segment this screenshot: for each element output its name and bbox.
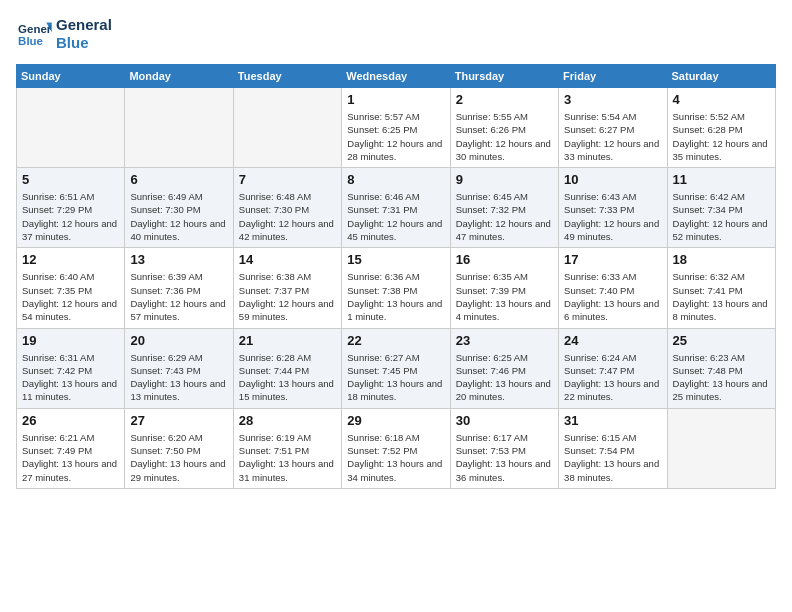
calendar-cell: 4Sunrise: 5:52 AMSunset: 6:28 PMDaylight… — [667, 88, 775, 168]
calendar-cell: 1Sunrise: 5:57 AMSunset: 6:25 PMDaylight… — [342, 88, 450, 168]
day-number: 1 — [347, 92, 444, 107]
day-number: 31 — [564, 413, 661, 428]
day-number: 30 — [456, 413, 553, 428]
day-info: Sunrise: 6:33 AMSunset: 7:40 PMDaylight:… — [564, 270, 661, 323]
day-number: 14 — [239, 252, 336, 267]
day-info: Sunrise: 6:27 AMSunset: 7:45 PMDaylight:… — [347, 351, 444, 404]
calendar-cell: 21Sunrise: 6:28 AMSunset: 7:44 PMDayligh… — [233, 328, 341, 408]
calendar-cell: 31Sunrise: 6:15 AMSunset: 7:54 PMDayligh… — [559, 408, 667, 488]
calendar-cell: 24Sunrise: 6:24 AMSunset: 7:47 PMDayligh… — [559, 328, 667, 408]
calendar-cell: 20Sunrise: 6:29 AMSunset: 7:43 PMDayligh… — [125, 328, 233, 408]
day-number: 15 — [347, 252, 444, 267]
day-number: 25 — [673, 333, 770, 348]
day-info: Sunrise: 6:25 AMSunset: 7:46 PMDaylight:… — [456, 351, 553, 404]
col-header-wednesday: Wednesday — [342, 65, 450, 88]
day-info: Sunrise: 6:51 AMSunset: 7:29 PMDaylight:… — [22, 190, 119, 243]
day-info: Sunrise: 6:45 AMSunset: 7:32 PMDaylight:… — [456, 190, 553, 243]
calendar-week-row: 26Sunrise: 6:21 AMSunset: 7:49 PMDayligh… — [17, 408, 776, 488]
col-header-tuesday: Tuesday — [233, 65, 341, 88]
day-number: 21 — [239, 333, 336, 348]
day-number: 22 — [347, 333, 444, 348]
calendar-cell: 9Sunrise: 6:45 AMSunset: 7:32 PMDaylight… — [450, 168, 558, 248]
day-info: Sunrise: 6:43 AMSunset: 7:33 PMDaylight:… — [564, 190, 661, 243]
day-info: Sunrise: 6:29 AMSunset: 7:43 PMDaylight:… — [130, 351, 227, 404]
day-info: Sunrise: 6:35 AMSunset: 7:39 PMDaylight:… — [456, 270, 553, 323]
day-info: Sunrise: 6:24 AMSunset: 7:47 PMDaylight:… — [564, 351, 661, 404]
calendar-cell — [233, 88, 341, 168]
calendar-cell: 12Sunrise: 6:40 AMSunset: 7:35 PMDayligh… — [17, 248, 125, 328]
calendar-cell: 30Sunrise: 6:17 AMSunset: 7:53 PMDayligh… — [450, 408, 558, 488]
day-number: 8 — [347, 172, 444, 187]
day-info: Sunrise: 6:21 AMSunset: 7:49 PMDaylight:… — [22, 431, 119, 484]
day-info: Sunrise: 6:49 AMSunset: 7:30 PMDaylight:… — [130, 190, 227, 243]
day-number: 2 — [456, 92, 553, 107]
calendar-week-row: 5Sunrise: 6:51 AMSunset: 7:29 PMDaylight… — [17, 168, 776, 248]
calendar-cell: 13Sunrise: 6:39 AMSunset: 7:36 PMDayligh… — [125, 248, 233, 328]
day-number: 23 — [456, 333, 553, 348]
calendar-cell: 14Sunrise: 6:38 AMSunset: 7:37 PMDayligh… — [233, 248, 341, 328]
calendar-week-row: 19Sunrise: 6:31 AMSunset: 7:42 PMDayligh… — [17, 328, 776, 408]
day-info: Sunrise: 5:54 AMSunset: 6:27 PMDaylight:… — [564, 110, 661, 163]
calendar-cell: 29Sunrise: 6:18 AMSunset: 7:52 PMDayligh… — [342, 408, 450, 488]
calendar-cell: 25Sunrise: 6:23 AMSunset: 7:48 PMDayligh… — [667, 328, 775, 408]
day-info: Sunrise: 6:31 AMSunset: 7:42 PMDaylight:… — [22, 351, 119, 404]
col-header-monday: Monday — [125, 65, 233, 88]
logo-text-line1: General — [56, 16, 112, 34]
svg-text:Blue: Blue — [18, 35, 43, 47]
day-info: Sunrise: 6:38 AMSunset: 7:37 PMDaylight:… — [239, 270, 336, 323]
calendar-cell: 3Sunrise: 5:54 AMSunset: 6:27 PMDaylight… — [559, 88, 667, 168]
calendar-cell: 8Sunrise: 6:46 AMSunset: 7:31 PMDaylight… — [342, 168, 450, 248]
calendar-cell: 11Sunrise: 6:42 AMSunset: 7:34 PMDayligh… — [667, 168, 775, 248]
day-info: Sunrise: 6:39 AMSunset: 7:36 PMDaylight:… — [130, 270, 227, 323]
day-info: Sunrise: 6:32 AMSunset: 7:41 PMDaylight:… — [673, 270, 770, 323]
col-header-sunday: Sunday — [17, 65, 125, 88]
calendar-cell: 15Sunrise: 6:36 AMSunset: 7:38 PMDayligh… — [342, 248, 450, 328]
day-info: Sunrise: 5:55 AMSunset: 6:26 PMDaylight:… — [456, 110, 553, 163]
logo-text-line2: Blue — [56, 34, 112, 52]
day-info: Sunrise: 5:52 AMSunset: 6:28 PMDaylight:… — [673, 110, 770, 163]
calendar-table: SundayMondayTuesdayWednesdayThursdayFrid… — [16, 64, 776, 489]
day-info: Sunrise: 6:23 AMSunset: 7:48 PMDaylight:… — [673, 351, 770, 404]
col-header-saturday: Saturday — [667, 65, 775, 88]
day-info: Sunrise: 6:18 AMSunset: 7:52 PMDaylight:… — [347, 431, 444, 484]
day-number: 12 — [22, 252, 119, 267]
day-info: Sunrise: 6:20 AMSunset: 7:50 PMDaylight:… — [130, 431, 227, 484]
day-number: 27 — [130, 413, 227, 428]
day-info: Sunrise: 6:15 AMSunset: 7:54 PMDaylight:… — [564, 431, 661, 484]
day-number: 9 — [456, 172, 553, 187]
calendar-cell: 6Sunrise: 6:49 AMSunset: 7:30 PMDaylight… — [125, 168, 233, 248]
day-info: Sunrise: 6:17 AMSunset: 7:53 PMDaylight:… — [456, 431, 553, 484]
day-number: 11 — [673, 172, 770, 187]
day-info: Sunrise: 6:28 AMSunset: 7:44 PMDaylight:… — [239, 351, 336, 404]
day-number: 24 — [564, 333, 661, 348]
day-number: 7 — [239, 172, 336, 187]
day-number: 13 — [130, 252, 227, 267]
day-info: Sunrise: 6:36 AMSunset: 7:38 PMDaylight:… — [347, 270, 444, 323]
day-info: Sunrise: 6:42 AMSunset: 7:34 PMDaylight:… — [673, 190, 770, 243]
logo-icon: General Blue — [16, 19, 52, 49]
calendar-cell: 27Sunrise: 6:20 AMSunset: 7:50 PMDayligh… — [125, 408, 233, 488]
day-number: 3 — [564, 92, 661, 107]
day-number: 5 — [22, 172, 119, 187]
calendar-cell: 16Sunrise: 6:35 AMSunset: 7:39 PMDayligh… — [450, 248, 558, 328]
calendar-cell — [125, 88, 233, 168]
calendar-cell: 2Sunrise: 5:55 AMSunset: 6:26 PMDaylight… — [450, 88, 558, 168]
day-info: Sunrise: 6:48 AMSunset: 7:30 PMDaylight:… — [239, 190, 336, 243]
day-number: 18 — [673, 252, 770, 267]
day-number: 29 — [347, 413, 444, 428]
calendar-cell: 19Sunrise: 6:31 AMSunset: 7:42 PMDayligh… — [17, 328, 125, 408]
day-number: 19 — [22, 333, 119, 348]
calendar-cell: 23Sunrise: 6:25 AMSunset: 7:46 PMDayligh… — [450, 328, 558, 408]
col-header-friday: Friday — [559, 65, 667, 88]
day-number: 16 — [456, 252, 553, 267]
calendar-week-row: 12Sunrise: 6:40 AMSunset: 7:35 PMDayligh… — [17, 248, 776, 328]
calendar-cell: 28Sunrise: 6:19 AMSunset: 7:51 PMDayligh… — [233, 408, 341, 488]
day-info: Sunrise: 5:57 AMSunset: 6:25 PMDaylight:… — [347, 110, 444, 163]
day-number: 26 — [22, 413, 119, 428]
calendar-cell: 17Sunrise: 6:33 AMSunset: 7:40 PMDayligh… — [559, 248, 667, 328]
calendar-week-row: 1Sunrise: 5:57 AMSunset: 6:25 PMDaylight… — [17, 88, 776, 168]
col-header-thursday: Thursday — [450, 65, 558, 88]
calendar-cell: 26Sunrise: 6:21 AMSunset: 7:49 PMDayligh… — [17, 408, 125, 488]
calendar-cell: 7Sunrise: 6:48 AMSunset: 7:30 PMDaylight… — [233, 168, 341, 248]
calendar-cell — [17, 88, 125, 168]
